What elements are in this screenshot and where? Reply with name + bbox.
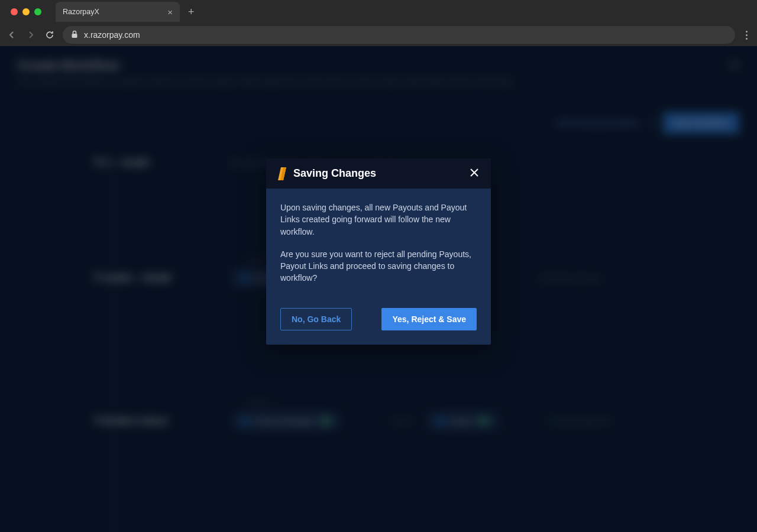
tab-bar: RazorpayX × + (0, 0, 757, 24)
new-tab-button[interactable]: + (188, 6, 195, 18)
minimize-window-button[interactable] (22, 8, 30, 15)
address-bar[interactable]: x.razorpay.com (63, 26, 735, 44)
browser-menu-button[interactable] (742, 31, 751, 40)
browser-chrome: RazorpayX × + x.razorpay.com (0, 0, 757, 46)
modal-footer: No, Go Back Yes, Reject & Save (266, 308, 491, 345)
close-icon (470, 168, 479, 177)
modal-header: Saving Changes (266, 158, 491, 189)
app-body: Create Workflow Set up approval workflow… (0, 46, 757, 532)
svg-rect-0 (72, 34, 77, 38)
close-tab-icon[interactable]: × (167, 7, 173, 17)
modal-paragraph: Upon saving changes, all new Payouts and… (280, 202, 477, 238)
close-modal-button[interactable] (470, 167, 479, 180)
browser-tab[interactable]: RazorpayX × (56, 2, 180, 22)
close-window-button[interactable] (11, 8, 18, 15)
back-button[interactable] (6, 30, 18, 40)
modal-overlay: Saving Changes Upon saving changes, all … (0, 46, 757, 532)
maximize-window-button[interactable] (34, 8, 41, 15)
tab-title: RazorpayX (63, 8, 99, 16)
lock-icon (71, 30, 78, 40)
razorpay-slash-icon (278, 167, 286, 180)
modal-paragraph: Are you sure you want to reject all pend… (280, 248, 477, 284)
reject-and-save-button[interactable]: Yes, Reject & Save (381, 308, 477, 330)
saving-changes-modal: Saving Changes Upon saving changes, all … (266, 158, 491, 345)
forward-button[interactable] (25, 30, 37, 40)
window-controls (6, 8, 46, 15)
go-back-button[interactable]: No, Go Back (280, 308, 352, 330)
reload-button[interactable] (44, 30, 56, 40)
address-bar-row: x.razorpay.com (0, 24, 757, 46)
modal-title: Saving Changes (293, 167, 376, 180)
modal-body: Upon saving changes, all new Payouts and… (266, 189, 491, 308)
url-text: x.razorpay.com (84, 30, 140, 40)
